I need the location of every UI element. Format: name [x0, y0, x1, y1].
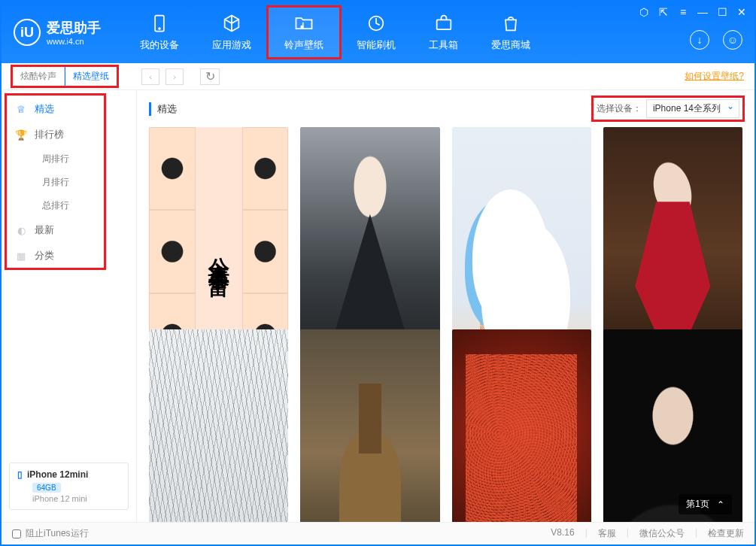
sidebar-category[interactable]: ▦ 分类 [2, 243, 136, 268]
page-indicator[interactable]: 第1页 ⌃ [679, 494, 732, 514]
device-model: iPhone 12 mini [32, 494, 120, 503]
phone-icon [149, 13, 170, 34]
section-title: 精选 [149, 102, 177, 116]
window-controls: ⬡ ⇱ ≡ — ☐ ✕ [637, 6, 748, 18]
tab-wallpaper[interactable]: 精选壁纸 [65, 66, 117, 86]
device-name: iPhone 12mini [27, 469, 88, 480]
cube-icon [221, 13, 242, 34]
nav-device[interactable]: 我的设备 [123, 7, 196, 58]
separator: | [627, 527, 629, 540]
refresh-gear-icon [366, 13, 387, 34]
sidebar-label: 排行榜 [35, 128, 64, 141]
circle-icon: ◐ [15, 224, 27, 236]
wallpaper-grid: 公主请暴富 [137, 124, 754, 522]
app-title: 爱思助手 [47, 19, 101, 37]
minimize-icon[interactable]: — [696, 6, 709, 18]
sidebar-ranking[interactable]: 🏆 排行榜 [2, 122, 136, 147]
trophy-icon: 🏆 [15, 129, 27, 141]
page-label: 第1页 [686, 498, 709, 511]
separator: | [585, 527, 587, 540]
nav-label: 爱思商城 [491, 38, 530, 52]
sidebar: ♕ 精选 🏆 排行榜 周排行 月排行 总排行 ◐ 最新 ▦ 分类 ▯ iPhon… [2, 90, 137, 522]
crown-icon: ♕ [15, 103, 27, 115]
download-icon[interactable]: ↓ [690, 30, 709, 50]
service-link[interactable]: 客服 [598, 527, 616, 540]
tab-ringtone[interactable]: 炫酷铃声 [12, 66, 65, 86]
main-nav: 我的设备 应用游戏 铃声壁纸 智能刷机 工具箱 爱思商城 [123, 7, 547, 58]
sidebar-label: 最新 [35, 223, 54, 237]
nav-label: 智能刷机 [357, 38, 396, 52]
block-itunes-checkbox[interactable] [12, 529, 21, 538]
back-button[interactable]: ‹ [141, 68, 159, 85]
separator: | [695, 527, 697, 540]
sidebar-rank-total[interactable]: 总排行 [2, 194, 136, 217]
device-select[interactable]: iPhone 14全系列 [646, 99, 739, 118]
music-folder-icon [293, 13, 314, 34]
user-icon[interactable]: ☺ [723, 30, 742, 50]
wallpaper-item[interactable] [149, 329, 288, 523]
nav-toolbox[interactable]: 工具箱 [412, 7, 475, 58]
nav-label: 铃声壁纸 [284, 38, 323, 52]
statusbar: 阻止iTunes运行 V8.16 | 客服 | 微信公众号 | 检查更新 [2, 522, 754, 544]
nav-apps[interactable]: 应用游戏 [196, 7, 268, 58]
toolbox-icon [433, 13, 454, 34]
wechat-link[interactable]: 微信公众号 [639, 527, 685, 540]
sidebar-label: 精选 [35, 102, 54, 116]
nav-label: 工具箱 [429, 38, 458, 52]
wallpaper-item[interactable] [452, 329, 591, 523]
lock-icon[interactable]: ⇱ [657, 6, 670, 18]
refresh-button[interactable]: ↻ [200, 68, 220, 85]
help-link[interactable]: 如何设置壁纸? [685, 70, 744, 83]
sidebar-rank-month[interactable]: 月排行 [2, 171, 136, 194]
storage-badge: 64GB [32, 483, 61, 493]
menu-icon[interactable]: ≡ [676, 6, 690, 18]
bag-icon [500, 13, 521, 34]
version-label: V8.16 [551, 527, 574, 540]
chevron-up-icon[interactable]: ⌃ [717, 499, 724, 510]
skin-icon[interactable]: ⬡ [637, 6, 651, 18]
nav-wallpaper[interactable]: 铃声壁纸 [268, 7, 340, 58]
app-logo: iU 爱思助手 www.i4.cn [14, 19, 101, 46]
sidebar-label: 分类 [35, 249, 54, 262]
block-itunes-label: 阻止iTunes运行 [26, 527, 89, 540]
nav-label: 应用游戏 [212, 38, 251, 52]
app-subtitle: www.i4.cn [47, 37, 101, 46]
nav-store[interactable]: 爱思商城 [475, 7, 547, 58]
block-itunes-toggle[interactable]: 阻止iTunes运行 [12, 527, 89, 540]
wallpaper-item[interactable] [300, 329, 439, 523]
close-icon[interactable]: ✕ [735, 6, 748, 18]
forward-button[interactable]: › [165, 68, 184, 85]
maximize-icon[interactable]: ☐ [715, 6, 729, 18]
nav-label: 我的设备 [140, 38, 179, 52]
svg-rect-4 [436, 20, 451, 29]
device-card[interactable]: ▯ iPhone 12mini 64GB iPhone 12 mini [9, 463, 129, 510]
svg-point-1 [159, 28, 160, 29]
grid-icon: ▦ [15, 250, 27, 262]
sidebar-featured[interactable]: ♕ 精选 [2, 96, 136, 122]
select-label: 选择设备： [597, 102, 642, 115]
nav-flash[interactable]: 智能刷机 [340, 7, 412, 58]
phone-small-icon: ▯ [17, 469, 23, 480]
sidebar-rank-week[interactable]: 周排行 [2, 147, 136, 171]
sidebar-newest[interactable]: ◐ 最新 [2, 217, 136, 243]
logo-icon: iU [14, 19, 41, 46]
update-link[interactable]: 检查更新 [708, 527, 744, 540]
wallpaper-item[interactable] [603, 329, 742, 523]
svg-point-2 [301, 26, 303, 28]
